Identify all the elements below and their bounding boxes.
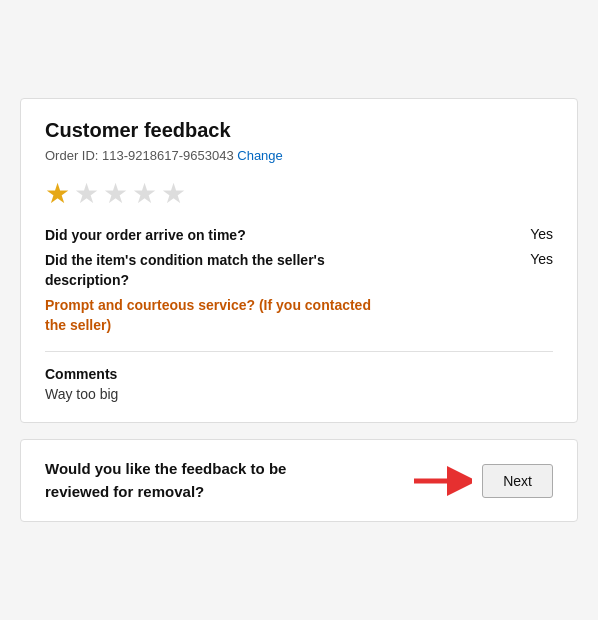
answer-text-1: Yes — [530, 251, 553, 267]
question-row-2: Prompt and courteous service? (If you co… — [45, 296, 553, 335]
feedback-questions: Did your order arrive on time?YesDid the… — [45, 226, 553, 336]
question-row-0: Did your order arrive on time?Yes — [45, 226, 553, 246]
page-wrapper: Customer feedback Order ID: 113-9218617-… — [20, 98, 578, 523]
stars-row: ★★★★★ — [45, 177, 553, 210]
star-3[interactable]: ★ — [103, 177, 128, 210]
question-text-1: Did the item's condition match the selle… — [45, 251, 385, 290]
card-title: Customer feedback — [45, 119, 553, 142]
question-row-1: Did the item's condition match the selle… — [45, 251, 553, 290]
comments-value: Way too big — [45, 386, 553, 402]
change-link[interactable]: Change — [237, 148, 283, 163]
star-1[interactable]: ★ — [45, 177, 70, 210]
star-5[interactable]: ★ — [161, 177, 186, 210]
removal-question: Would you like the feedback to be review… — [45, 458, 325, 503]
next-button[interactable]: Next — [482, 464, 553, 498]
arrow-icon — [412, 466, 472, 496]
comments-section: Comments Way too big — [45, 366, 553, 402]
star-2[interactable]: ★ — [74, 177, 99, 210]
divider — [45, 351, 553, 352]
order-id-row: Order ID: 113-9218617-9653043 Change — [45, 148, 553, 163]
question-text-0: Did your order arrive on time? — [45, 226, 246, 246]
removal-section: Would you like the feedback to be review… — [20, 439, 578, 522]
star-4[interactable]: ★ — [132, 177, 157, 210]
answer-text-0: Yes — [530, 226, 553, 242]
feedback-card: Customer feedback Order ID: 113-9218617-… — [20, 98, 578, 424]
question-text-2: Prompt and courteous service? (If you co… — [45, 296, 385, 335]
order-id-text: Order ID: 113-9218617-9653043 — [45, 148, 234, 163]
comments-label: Comments — [45, 366, 553, 382]
arrow-next-wrapper: Next — [412, 464, 553, 498]
